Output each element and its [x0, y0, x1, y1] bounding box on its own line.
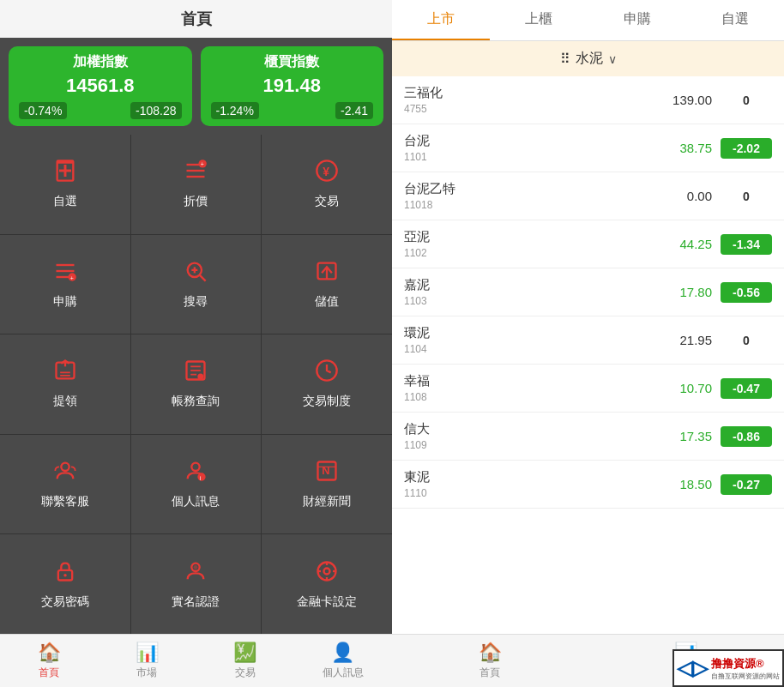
- menu-item-trade[interactable]: ¥ 交易: [262, 135, 392, 234]
- stock-name: 台泥: [404, 133, 652, 149]
- tab-ipo[interactable]: 申購: [588, 0, 686, 40]
- stock-row[interactable]: 東泥 1110 18.50 -0.27: [392, 461, 784, 509]
- svg-point-40: [63, 574, 67, 577]
- menu-item-rules[interactable]: 交易制度: [262, 334, 392, 434]
- svg-point-30: [198, 374, 204, 380]
- stock-row[interactable]: 亞泥 1102 44.25 -1.34: [392, 220, 784, 268]
- stock-change: 0: [721, 90, 772, 111]
- menu-item-verify[interactable]: 實名認證: [131, 534, 262, 634]
- index-card-weighted[interactable]: 加權指數 14561.8 -0.74% -108.28: [9, 46, 192, 126]
- left-nav-trade[interactable]: 💹 交易: [196, 635, 294, 687]
- stock-price: 0.00: [652, 189, 712, 203]
- left-bottom-nav: 🏠 首頁 📊 市場 💹 交易 👤 個人訊息: [0, 634, 392, 687]
- menu-item-service[interactable]: 聯繫客服: [0, 435, 130, 534]
- stock-code: 1103: [404, 295, 652, 307]
- chevron-down-icon: ∨: [608, 52, 617, 66]
- menu-item-discount[interactable]: + 折價: [131, 135, 262, 234]
- menu-label-personal: 個人訊息: [172, 494, 220, 509]
- left-nav-market-label: 市場: [136, 666, 157, 680]
- tab-otc[interactable]: 上櫃: [490, 0, 588, 40]
- stock-code: 1102: [404, 247, 652, 259]
- index-card-otc-pct: -1.24%: [211, 102, 259, 119]
- profile-icon: 👤: [331, 642, 354, 664]
- discount-icon: +: [184, 159, 208, 189]
- menu-item-search[interactable]: 搜尋: [131, 235, 262, 334]
- menu-label-account: 帳務查詢: [172, 394, 220, 409]
- stock-change: -1.34: [721, 234, 772, 255]
- svg-text:¥: ¥: [323, 165, 329, 178]
- menu-label-verify: 實名認證: [172, 594, 220, 610]
- stock-name: 三福化: [404, 85, 652, 101]
- menu-item-personal[interactable]: i 個人訊息: [131, 435, 262, 534]
- stock-row[interactable]: 幸福 1108 10.70 -0.47: [392, 365, 784, 413]
- left-nav-market[interactable]: 📊 市場: [98, 635, 196, 687]
- menu-item-save[interactable]: 儲值: [262, 235, 392, 334]
- stock-code: 1108: [404, 391, 652, 403]
- menu-label-discount: 折價: [184, 194, 208, 209]
- stock-info: 三福化 4755: [404, 85, 652, 115]
- stock-code: 11018: [404, 199, 652, 211]
- stock-code: 1104: [404, 343, 652, 355]
- left-nav-profile-label: 個人訊息: [323, 666, 364, 680]
- left-header: 首頁: [0, 0, 392, 38]
- menu-label-service: 聯繫客服: [41, 494, 89, 509]
- menu-item-subscribe[interactable]: + 申購: [0, 235, 130, 334]
- stock-name: 亞泥: [404, 229, 652, 245]
- right-nav-home[interactable]: 🏠 首頁: [392, 635, 588, 687]
- stock-row[interactable]: 信大 1109 17.35 -0.86: [392, 413, 784, 461]
- menu-item-account[interactable]: 帳務查詢: [131, 334, 262, 434]
- menu-label-rules: 交易制度: [303, 394, 351, 409]
- stock-code: 4755: [404, 103, 652, 115]
- left-nav-home[interactable]: 🏠 首頁: [0, 635, 98, 687]
- home-icon: 🏠: [38, 642, 61, 664]
- right-bottom-nav: 🏠 首頁 📊 市場 ◁▷ 撸撸資源® 自撸互联网资源的网站: [392, 634, 784, 687]
- index-card-weighted-pct: -0.74%: [19, 102, 67, 119]
- stock-name: 信大: [404, 421, 652, 437]
- stock-row[interactable]: 台泥 1101 38.75 -2.02: [392, 124, 784, 172]
- menu-item-watchlist[interactable]: 自選: [0, 135, 130, 234]
- rules-icon: [315, 359, 339, 389]
- account-icon: [184, 359, 208, 389]
- trade-icon: ¥: [315, 159, 339, 189]
- menu-label-news: 財經新聞: [303, 494, 351, 509]
- personal-icon: i: [184, 459, 208, 489]
- stock-row[interactable]: 台泥乙特 11018 0.00 0: [392, 172, 784, 220]
- stock-price: 44.25: [652, 237, 712, 251]
- right-home-icon: 🏠: [479, 642, 502, 664]
- stock-price: 21.95: [652, 333, 712, 347]
- save-icon: [315, 259, 339, 289]
- stock-name: 嘉泥: [404, 277, 652, 293]
- password-icon: [53, 559, 77, 589]
- subscribe-icon: +: [53, 259, 77, 289]
- stock-row[interactable]: 三福化 4755 139.00 0: [392, 76, 784, 124]
- category-grid-icon: ⠿: [560, 51, 570, 67]
- left-title: 首頁: [181, 10, 212, 27]
- stock-code: 1109: [404, 439, 652, 451]
- stock-row[interactable]: 環泥 1104 21.95 0: [392, 316, 784, 365]
- tab-listed[interactable]: 上市: [392, 0, 490, 40]
- menu-item-news[interactable]: N 財經新聞: [262, 435, 392, 534]
- service-icon: [53, 459, 77, 489]
- stock-change: -0.56: [721, 282, 772, 303]
- stock-name: 台泥乙特: [404, 181, 652, 197]
- tab-watchlist[interactable]: 自選: [686, 0, 784, 40]
- index-card-otc-value: 191.48: [211, 75, 374, 97]
- stock-change: -0.27: [721, 474, 772, 495]
- stock-name: 環泥: [404, 325, 652, 341]
- stock-change: 0: [721, 330, 772, 351]
- trade-nav-icon: 💹: [233, 642, 256, 664]
- category-bar[interactable]: ⠿ 水泥 ∨: [392, 41, 784, 76]
- menu-item-withdraw[interactable]: 提領: [0, 334, 130, 434]
- menu-label-withdraw: 提領: [53, 394, 77, 409]
- stock-info: 環泥 1104: [404, 325, 652, 355]
- stock-row[interactable]: 嘉泥 1103 17.80 -0.56: [392, 268, 784, 316]
- index-card-weighted-footer: -0.74% -108.28: [19, 102, 182, 119]
- left-panel: 首頁 加權指數 14561.8 -0.74% -108.28 櫃買指數 191.…: [0, 0, 392, 687]
- menu-item-password[interactable]: 交易密碼: [0, 534, 130, 634]
- index-card-otc[interactable]: 櫃買指數 191.48 -1.24% -2.41: [201, 46, 384, 126]
- menu-item-cardset[interactable]: 金融卡設定: [262, 534, 392, 634]
- stock-list: 三福化 4755 139.00 0 台泥 1101 38.75 -2.02 台泥…: [392, 76, 784, 634]
- left-nav-profile[interactable]: 👤 個人訊息: [294, 635, 392, 687]
- verify-icon: [184, 559, 208, 589]
- bookmark-icon: [53, 159, 77, 189]
